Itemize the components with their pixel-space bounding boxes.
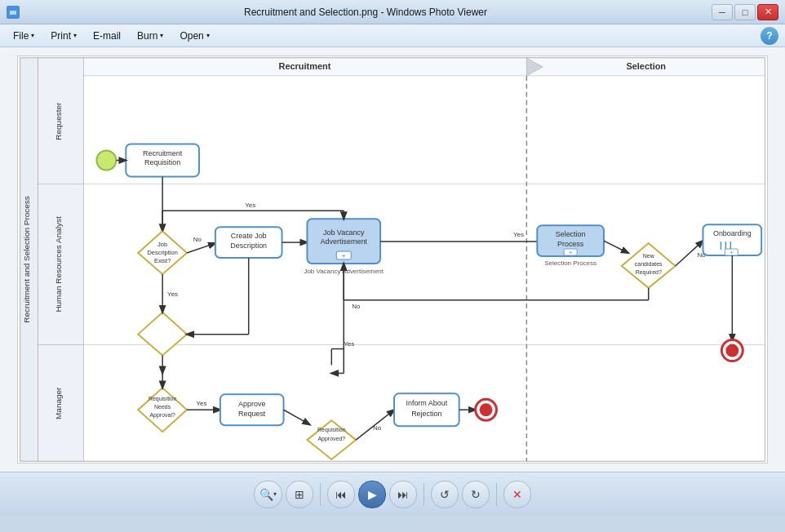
slideshow-icon: ▶ — [368, 488, 377, 501]
svg-text:Yes: Yes — [245, 202, 255, 209]
svg-text:Yes: Yes — [196, 400, 206, 407]
minimize-button[interactable]: ─ — [712, 4, 733, 20]
maximize-button[interactable]: □ — [734, 4, 756, 20]
rotate-left-button[interactable]: ↺ — [431, 481, 459, 508]
bottom-toolbar: 🔍 ▾ ⊞ ⏮ ▶ ⏭ ↺ ↻ ✕ — [0, 472, 785, 516]
svg-text:No: No — [373, 424, 382, 432]
svg-text:Requisition: Requisition — [144, 158, 180, 166]
svg-text:Approval?: Approval? — [149, 412, 175, 419]
open-menu-arrow: ▾ — [206, 32, 210, 39]
next-icon: ⏭ — [397, 488, 409, 501]
svg-text:Required?: Required? — [636, 269, 662, 276]
svg-text:Recruitment: Recruitment — [279, 61, 331, 71]
svg-rect-1 — [10, 11, 16, 15]
window-title: Recruitment and Selection.png - Windows … — [20, 7, 712, 18]
svg-text:Recruitment and Selection Proc: Recruitment and Selection Process — [22, 196, 31, 322]
print-menu-arrow: ▾ — [73, 32, 77, 39]
help-button[interactable]: ? — [761, 27, 778, 45]
email-menu[interactable]: E-mail — [86, 28, 127, 44]
svg-text:Yes: Yes — [167, 290, 178, 298]
svg-text:Needs: Needs — [154, 404, 171, 410]
diagram-container: Recruitment and Selection Process Reques… — [17, 55, 768, 463]
svg-text:+: + — [730, 249, 734, 256]
close-button[interactable]: ✕ — [757, 4, 778, 20]
app-icon — [7, 6, 20, 19]
actual-size-icon: ⊞ — [295, 488, 304, 501]
prev-button[interactable]: ⏮ — [327, 481, 355, 508]
svg-text:Selection: Selection — [556, 230, 586, 238]
svg-text:Human Resources Analyst: Human Resources Analyst — [54, 216, 63, 313]
svg-text:Requester: Requester — [54, 102, 63, 140]
zoom-icon: 🔍 — [259, 488, 273, 501]
svg-text:Inform About: Inform About — [406, 399, 447, 407]
title-bar: Recruitment and Selection.png - Windows … — [0, 0, 785, 24]
slideshow-button[interactable]: ▶ — [358, 481, 386, 508]
svg-text:Exist?: Exist? — [154, 257, 171, 264]
zoom-arrow-icon: ▾ — [273, 490, 277, 498]
svg-text:Yes: Yes — [344, 340, 354, 348]
svg-text:Job: Job — [157, 241, 167, 248]
svg-text:Manager: Manager — [54, 387, 63, 419]
svg-text:New: New — [643, 253, 655, 259]
svg-text:candidates: candidates — [635, 261, 663, 267]
print-menu[interactable]: Print ▾ — [44, 28, 83, 44]
svg-point-82 — [480, 403, 493, 416]
svg-text:No: No — [352, 303, 361, 310]
svg-point-105 — [725, 344, 738, 357]
file-menu[interactable]: File ▾ — [7, 28, 41, 44]
svg-text:Request: Request — [238, 410, 266, 418]
zoom-button[interactable]: 🔍 ▾ — [254, 481, 282, 508]
svg-text:Rejection: Rejection — [411, 410, 441, 418]
rotate-right-icon: ↻ — [471, 488, 481, 501]
svg-text:Requisition: Requisition — [317, 427, 346, 433]
next-button[interactable]: ⏭ — [389, 481, 417, 508]
toolbar-separator-1 — [320, 483, 321, 506]
menu-bar: File ▾ Print ▾ E-mail Burn ▾ Open ▾ ? — [0, 24, 785, 47]
svg-text:Recruitment: Recruitment — [143, 149, 183, 157]
svg-text:Job Vacancy: Job Vacancy — [323, 228, 365, 237]
actual-size-button[interactable]: ⊞ — [286, 481, 313, 508]
svg-text:+: + — [342, 252, 346, 260]
delete-icon: ✕ — [512, 488, 522, 501]
toolbar-separator-3 — [496, 483, 497, 506]
delete-button[interactable]: ✕ — [503, 481, 531, 508]
svg-text:Advertisement: Advertisement — [321, 237, 368, 246]
svg-text:No: No — [193, 236, 202, 243]
svg-text:Process: Process — [557, 240, 584, 248]
svg-text:Requisition: Requisition — [149, 396, 177, 402]
main-content: Recruitment and Selection Process Reques… — [0, 47, 785, 472]
rotate-left-icon: ↺ — [440, 488, 450, 501]
file-menu-arrow: ▾ — [31, 32, 34, 39]
svg-text:Yes: Yes — [513, 231, 524, 238]
diagram-svg: Recruitment and Selection Process Reques… — [18, 56, 767, 463]
svg-text:Selection Process: Selection Process — [544, 259, 597, 267]
open-menu[interactable]: Open ▾ — [173, 28, 215, 44]
burn-menu[interactable]: Burn ▾ — [131, 28, 170, 44]
rotate-right-button[interactable]: ↻ — [462, 481, 490, 508]
svg-text:Selection: Selection — [626, 61, 666, 71]
toolbar-separator-2 — [424, 483, 424, 506]
prev-icon: ⏮ — [335, 488, 347, 501]
svg-text:Description: Description — [230, 242, 267, 250]
burn-menu-arrow: ▾ — [160, 32, 163, 39]
window-controls: ─ □ ✕ — [712, 4, 778, 20]
svg-text:Onboarding: Onboarding — [713, 229, 752, 237]
svg-text:Approve: Approve — [238, 400, 265, 408]
svg-text:Approved?: Approved? — [317, 436, 345, 442]
svg-point-21 — [96, 151, 116, 171]
svg-text:Description: Description — [147, 249, 177, 256]
svg-text:+: + — [569, 249, 573, 256]
svg-text:Create Job: Create Job — [231, 232, 267, 240]
